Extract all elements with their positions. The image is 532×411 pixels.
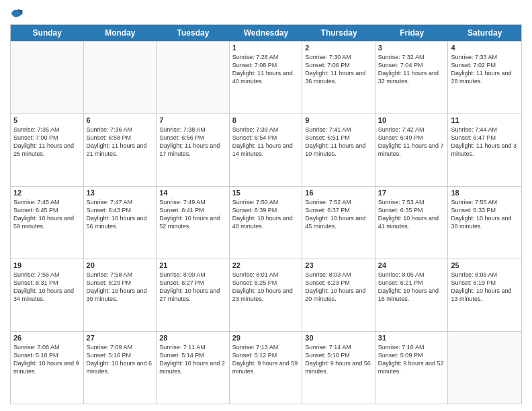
day-cell-18: 18Sunrise: 7:55 AMSunset: 6:33 PMDayligh…: [448, 187, 521, 259]
day-header-saturday: Saturday: [448, 25, 521, 41]
day-info: Sunrise: 7:30 AMSunset: 7:06 PMDaylight:…: [305, 53, 372, 86]
day-info: Sunrise: 7:55 AMSunset: 6:33 PMDaylight:…: [451, 198, 519, 231]
logo: [10, 7, 26, 20]
day-number: 31: [378, 334, 445, 342]
day-cell-8: 8Sunrise: 7:39 AMSunset: 6:54 PMDaylight…: [230, 114, 303, 186]
day-info: Sunrise: 7:45 AMSunset: 6:45 PMDaylight:…: [13, 198, 81, 231]
day-cell-17: 17Sunrise: 7:53 AMSunset: 6:35 PMDayligh…: [375, 187, 449, 259]
day-info: Sunrise: 8:01 AMSunset: 6:25 PMDaylight:…: [232, 271, 300, 304]
day-number: 19: [13, 261, 81, 269]
day-number: 24: [378, 261, 445, 269]
day-cell-12: 12Sunrise: 7:45 AMSunset: 6:45 PMDayligh…: [11, 187, 84, 259]
day-number: 5: [13, 116, 81, 124]
day-number: 8: [232, 116, 300, 124]
day-info: Sunrise: 7:50 AMSunset: 6:39 PMDaylight:…: [232, 198, 300, 231]
day-info: Sunrise: 7:08 AMSunset: 5:18 PMDaylight:…: [13, 343, 81, 376]
day-cell-3: 3Sunrise: 7:32 AMSunset: 7:04 PMDaylight…: [375, 42, 449, 113]
day-number: 18: [451, 189, 519, 197]
day-info: Sunrise: 8:03 AMSunset: 6:23 PMDaylight:…: [305, 271, 372, 304]
day-header-wednesday: Wednesday: [230, 25, 303, 41]
day-header-thursday: Thursday: [302, 25, 375, 41]
calendar-body: 1Sunrise: 7:28 AMSunset: 7:08 PMDaylight…: [11, 41, 521, 404]
day-info: Sunrise: 8:06 AMSunset: 6:19 PMDaylight:…: [451, 271, 519, 304]
day-number: 12: [13, 189, 81, 197]
day-info: Sunrise: 7:58 AMSunset: 6:29 PMDaylight:…: [87, 271, 154, 304]
day-info: Sunrise: 7:52 AMSunset: 6:37 PMDaylight:…: [305, 198, 372, 231]
empty-cell: [157, 42, 230, 113]
day-cell-28: 28Sunrise: 7:11 AMSunset: 5:14 PMDayligh…: [157, 332, 230, 404]
day-number: 25: [451, 261, 519, 269]
calendar: SundayMondayTuesdayWednesdayThursdayFrid…: [10, 24, 522, 404]
day-info: Sunrise: 7:28 AMSunset: 7:08 PMDaylight:…: [232, 53, 300, 86]
day-number: 3: [378, 44, 445, 52]
week-row-1: 1Sunrise: 7:28 AMSunset: 7:08 PMDaylight…: [11, 41, 521, 113]
day-number: 1: [232, 44, 300, 52]
day-number: 21: [159, 261, 226, 269]
day-number: 20: [87, 261, 154, 269]
day-number: 10: [378, 116, 445, 124]
day-cell-27: 27Sunrise: 7:09 AMSunset: 5:16 PMDayligh…: [84, 332, 157, 404]
day-cell-4: 4Sunrise: 7:33 AMSunset: 7:02 PMDaylight…: [448, 42, 521, 113]
day-cell-1: 1Sunrise: 7:28 AMSunset: 7:08 PMDaylight…: [230, 42, 303, 113]
empty-cell: [11, 42, 84, 113]
week-row-4: 19Sunrise: 7:56 AMSunset: 6:31 PMDayligh…: [11, 259, 521, 331]
empty-cell: [448, 332, 521, 404]
day-cell-22: 22Sunrise: 8:01 AMSunset: 6:25 PMDayligh…: [230, 259, 303, 331]
calendar-header: SundayMondayTuesdayWednesdayThursdayFrid…: [11, 25, 521, 41]
day-info: Sunrise: 7:56 AMSunset: 6:31 PMDaylight:…: [13, 271, 81, 304]
day-cell-14: 14Sunrise: 7:49 AMSunset: 6:41 PMDayligh…: [157, 187, 230, 259]
day-info: Sunrise: 7:13 AMSunset: 5:12 PMDaylight:…: [232, 343, 300, 376]
page: SundayMondayTuesdayWednesdayThursdayFrid…: [0, 0, 532, 411]
day-cell-25: 25Sunrise: 8:06 AMSunset: 6:19 PMDayligh…: [448, 259, 521, 331]
day-cell-2: 2Sunrise: 7:30 AMSunset: 7:06 PMDaylight…: [302, 42, 375, 113]
day-number: 14: [159, 189, 226, 197]
day-info: Sunrise: 7:09 AMSunset: 5:16 PMDaylight:…: [87, 343, 154, 376]
day-cell-13: 13Sunrise: 7:47 AMSunset: 6:43 PMDayligh…: [84, 187, 157, 259]
day-number: 4: [451, 44, 519, 52]
day-cell-7: 7Sunrise: 7:38 AMSunset: 6:56 PMDaylight…: [157, 114, 230, 186]
day-number: 26: [13, 334, 81, 342]
day-info: Sunrise: 7:33 AMSunset: 7:02 PMDaylight:…: [451, 53, 519, 86]
logo-icon: [10, 7, 24, 20]
day-info: Sunrise: 7:35 AMSunset: 7:00 PMDaylight:…: [13, 126, 81, 158]
day-info: Sunrise: 7:14 AMSunset: 5:10 PMDaylight:…: [305, 343, 372, 376]
day-number: 2: [305, 44, 372, 52]
day-cell-6: 6Sunrise: 7:36 AMSunset: 6:58 PMDaylight…: [84, 114, 157, 186]
day-cell-15: 15Sunrise: 7:50 AMSunset: 6:39 PMDayligh…: [230, 187, 303, 259]
day-info: Sunrise: 7:44 AMSunset: 6:47 PMDaylight:…: [451, 126, 519, 158]
day-info: Sunrise: 7:42 AMSunset: 6:49 PMDaylight:…: [378, 126, 445, 158]
day-number: 30: [305, 334, 372, 342]
day-info: Sunrise: 7:49 AMSunset: 6:41 PMDaylight:…: [159, 198, 226, 231]
day-cell-30: 30Sunrise: 7:14 AMSunset: 5:10 PMDayligh…: [302, 332, 375, 404]
empty-cell: [84, 42, 157, 113]
day-info: Sunrise: 7:53 AMSunset: 6:35 PMDaylight:…: [378, 198, 445, 231]
day-cell-20: 20Sunrise: 7:58 AMSunset: 6:29 PMDayligh…: [84, 259, 157, 331]
day-info: Sunrise: 7:32 AMSunset: 7:04 PMDaylight:…: [378, 53, 445, 86]
day-cell-26: 26Sunrise: 7:08 AMSunset: 5:18 PMDayligh…: [11, 332, 84, 404]
day-number: 29: [232, 334, 300, 342]
day-header-friday: Friday: [375, 25, 449, 41]
week-row-2: 5Sunrise: 7:35 AMSunset: 7:00 PMDaylight…: [11, 113, 521, 186]
day-cell-16: 16Sunrise: 7:52 AMSunset: 6:37 PMDayligh…: [302, 187, 375, 259]
day-number: 17: [378, 189, 445, 197]
day-number: 9: [305, 116, 372, 124]
day-cell-11: 11Sunrise: 7:44 AMSunset: 6:47 PMDayligh…: [448, 114, 521, 186]
day-cell-9: 9Sunrise: 7:41 AMSunset: 6:51 PMDaylight…: [302, 114, 375, 186]
day-cell-19: 19Sunrise: 7:56 AMSunset: 6:31 PMDayligh…: [11, 259, 84, 331]
day-cell-5: 5Sunrise: 7:35 AMSunset: 7:00 PMDaylight…: [11, 114, 84, 186]
day-number: 11: [451, 116, 519, 124]
day-number: 7: [159, 116, 226, 124]
day-number: 6: [87, 116, 154, 124]
day-info: Sunrise: 7:11 AMSunset: 5:14 PMDaylight:…: [159, 343, 226, 376]
day-cell-31: 31Sunrise: 7:16 AMSunset: 5:09 PMDayligh…: [375, 332, 449, 404]
day-number: 22: [232, 261, 300, 269]
day-number: 16: [305, 189, 372, 197]
day-cell-29: 29Sunrise: 7:13 AMSunset: 5:12 PMDayligh…: [230, 332, 303, 404]
day-info: Sunrise: 8:00 AMSunset: 6:27 PMDaylight:…: [159, 271, 226, 304]
day-info: Sunrise: 7:16 AMSunset: 5:09 PMDaylight:…: [378, 343, 445, 376]
day-info: Sunrise: 7:41 AMSunset: 6:51 PMDaylight:…: [305, 126, 372, 158]
day-number: 13: [87, 189, 154, 197]
week-row-3: 12Sunrise: 7:45 AMSunset: 6:45 PMDayligh…: [11, 186, 521, 259]
day-info: Sunrise: 7:47 AMSunset: 6:43 PMDaylight:…: [87, 198, 154, 231]
day-cell-23: 23Sunrise: 8:03 AMSunset: 6:23 PMDayligh…: [302, 259, 375, 331]
